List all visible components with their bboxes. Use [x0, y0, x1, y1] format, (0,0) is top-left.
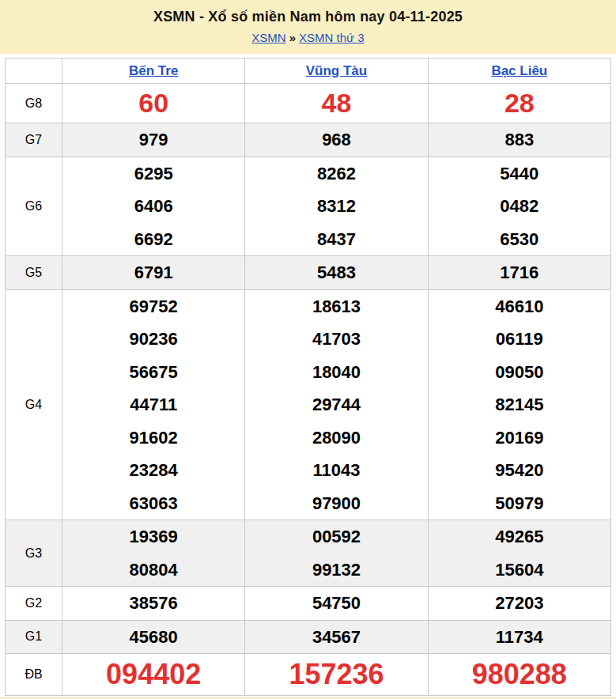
prize-number: 09050	[429, 356, 610, 389]
prize-number: 883	[429, 123, 610, 157]
prize-cell-g3-col2: 0059299132	[245, 520, 428, 587]
prize-cell-g4-col2: 18613417031804029744280901104397900	[245, 289, 428, 520]
province-link-1[interactable]: Bến Tre	[129, 63, 178, 78]
prize-number: 27203	[429, 587, 610, 620]
page-title: XSMN - Xổ số miền Nam hôm nay 04-11-2025	[0, 9, 616, 25]
prize-label-g7: G7	[6, 123, 62, 157]
prize-number: 8262	[245, 157, 427, 191]
prize-number: 54750	[245, 587, 427, 620]
prize-number: 60	[62, 84, 244, 123]
prize-number: 97900	[245, 487, 427, 520]
province-link-2[interactable]: Vũng Tàu	[306, 63, 367, 78]
prize-number: 48	[245, 84, 427, 123]
results-table-body: G8604828G7979968883G66295640666928262831…	[6, 84, 611, 696]
prize-number: 46610	[429, 290, 610, 323]
prize-number: 6791	[62, 256, 244, 289]
prize-cell-g3-col3: 4926515604	[428, 520, 610, 587]
prize-label-g1: G1	[6, 620, 62, 654]
results-table-head: Bến TreVũng TàuBạc Liêu	[6, 59, 611, 84]
prize-number: 1716	[429, 256, 610, 289]
prize-label-g2: G2	[6, 587, 62, 621]
prize-number: 63063	[62, 487, 244, 520]
prize-cell-g2-col2: 54750	[245, 587, 428, 621]
prize-row-g3: G3193698080400592991324926515604	[6, 520, 611, 587]
prize-number: 80804	[62, 554, 244, 587]
prize-number: 6295	[62, 157, 244, 191]
prize-number: 6530	[429, 223, 610, 256]
prize-cell-db-col3: 980288	[428, 654, 610, 696]
prize-column-header	[6, 59, 62, 84]
province-header-2: Vũng Tàu	[245, 59, 428, 84]
prize-row-g1: G1456803456711734	[6, 620, 611, 654]
breadcrumb-link-xsmn[interactable]: XSMN	[251, 31, 285, 44]
breadcrumb-link-current[interactable]: XSMN thứ 3	[299, 31, 365, 44]
page-header: XSMN - Xổ số miền Nam hôm nay 04-11-2025…	[0, 0, 616, 54]
prize-cell-g4-col3: 46610061190905082145201699542050979	[428, 289, 610, 520]
prize-number: 157236	[245, 654, 427, 695]
prize-label-g6: G6	[6, 157, 62, 256]
prize-cell-g6-col1: 629564066692	[62, 157, 245, 256]
prize-cell-g2-col1: 38576	[62, 587, 245, 621]
prize-label-g3: G3	[6, 520, 62, 587]
prize-cell-g1-col1: 45680	[62, 620, 245, 654]
prize-row-g2: G2385765475027203	[6, 587, 611, 621]
prize-row-g8: G8604828	[6, 84, 611, 123]
prize-number: 44711	[62, 388, 244, 421]
prize-cell-g5-col2: 5483	[245, 256, 428, 290]
prize-number: 06119	[429, 323, 610, 356]
prize-cell-g2-col3: 27203	[428, 587, 610, 621]
prize-number: 19369	[62, 520, 244, 554]
prize-number: 38576	[62, 587, 244, 620]
province-header-1: Bến Tre	[62, 59, 245, 84]
prize-number: 968	[245, 123, 427, 157]
prize-cell-db-col2: 157236	[245, 654, 428, 696]
prize-number: 29744	[245, 388, 427, 421]
prize-cell-g5-col1: 6791	[62, 256, 245, 290]
prize-label-db: ĐB	[6, 654, 62, 696]
breadcrumb: XSMN»XSMN thứ 3	[0, 31, 616, 44]
prize-number: 82145	[429, 388, 610, 421]
prize-cell-g5-col3: 1716	[428, 256, 610, 290]
prize-number: 8437	[245, 223, 427, 256]
prize-cell-g1-col2: 34567	[245, 620, 428, 654]
prize-number: 11043	[245, 454, 427, 487]
breadcrumb-separator-icon: »	[289, 31, 296, 44]
prize-label-g5: G5	[6, 256, 62, 290]
prize-cell-db-col1: 094402	[62, 654, 245, 696]
prize-cell-g8-col2: 48	[245, 84, 428, 123]
prize-row-g7: G7979968883	[6, 123, 611, 157]
prize-number: 99132	[245, 554, 427, 587]
province-link-3[interactable]: Bạc Liêu	[491, 63, 547, 78]
prize-number: 979	[62, 123, 244, 157]
prize-number: 34567	[245, 621, 427, 654]
prize-number: 0482	[429, 190, 610, 223]
prize-number: 5440	[429, 157, 610, 191]
prize-cell-g7-col3: 883	[428, 123, 610, 157]
prize-number: 5483	[245, 256, 427, 289]
prize-number: 45680	[62, 621, 244, 654]
prize-number: 15604	[429, 554, 610, 587]
prize-number: 20169	[429, 421, 610, 455]
prize-number: 90236	[62, 323, 244, 356]
prize-cell-g1-col3: 11734	[428, 620, 610, 654]
prize-number: 11734	[429, 621, 610, 654]
prize-number: 00592	[245, 520, 427, 554]
prize-number: 18040	[245, 356, 427, 389]
prize-row-db: ĐB094402157236980288	[6, 654, 611, 696]
prize-number: 50979	[429, 487, 610, 520]
prize-cell-g3-col1: 1936980804	[62, 520, 245, 587]
prize-number: 69752	[62, 290, 244, 323]
prize-row-g6: G6629564066692826283128437544004826530	[6, 157, 611, 256]
prize-number: 28	[429, 84, 610, 123]
prize-number: 8312	[245, 190, 427, 223]
prize-cell-g4-col1: 69752902365667544711916022328463063	[62, 289, 245, 520]
prize-number: 56675	[62, 356, 244, 389]
prize-cell-g7-col1: 979	[62, 123, 245, 157]
results-table: Bến TreVũng TàuBạc Liêu G8604828G7979968…	[5, 58, 611, 696]
prize-number: 41703	[245, 323, 427, 356]
prize-cell-g6-col2: 826283128437	[245, 157, 428, 256]
prize-number: 6406	[62, 190, 244, 223]
prize-row-g4: G469752902365667544711916022328463063186…	[6, 289, 611, 520]
prize-number: 094402	[62, 654, 244, 695]
prize-cell-g6-col3: 544004826530	[428, 157, 610, 256]
